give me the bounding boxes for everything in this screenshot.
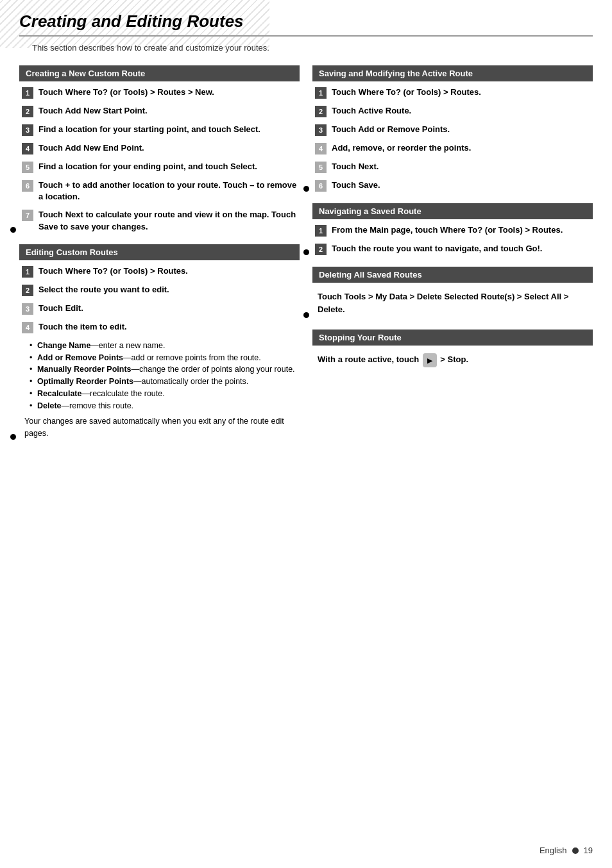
bullet-list-editing: Change Name—enter a new name. Add or Rem… (28, 340, 297, 412)
step-creating-6: 6 Touch + to add another location to you… (22, 179, 297, 203)
step-num-2: 2 (22, 106, 33, 117)
step-editing-text-2: Select the route you want to edit. (38, 284, 169, 296)
step-creating-1: 1 Touch Where To? (or Tools) > Routes > … (22, 87, 297, 99)
step-creating-2: 2 Touch Add New Start Point. (22, 105, 297, 117)
step-text-7: Touch Next to calculate your route and v… (38, 209, 297, 232)
step-editing-text-1: Touch Where To? (or Tools) > Routes. (38, 265, 188, 277)
page-footer: English 19 (540, 846, 593, 855)
step-nav-text-1: From the Main page, touch Where To? (or … (332, 224, 563, 236)
left-dot-creating (10, 227, 16, 233)
bullet-change-name: Change Name—enter a new name. (28, 340, 297, 352)
section-header-stopping: Stopping Your Route (312, 330, 593, 346)
step-nav-text-2: Touch the route you want to navigate, an… (332, 243, 542, 255)
step-editing-num-3: 3 (22, 303, 33, 315)
step-num-7: 7 (22, 210, 33, 221)
step-saving-text-2: Touch Active Route. (332, 105, 411, 117)
bullet-manually-reorder: Manually Reorder Points—change the order… (28, 363, 297, 376)
deleting-body-text: Touch Tools > My Data > Delete Selected … (315, 288, 590, 318)
step-saving-num-2: 2 (315, 106, 327, 117)
step-saving-text-4: Add, remove, or reorder the points. (332, 142, 471, 154)
step-editing-2: 2 Select the route you want to edit. (22, 284, 297, 296)
step-nav-num-1: 1 (315, 225, 327, 237)
closing-text-editing: Your changes are saved automatically whe… (22, 415, 297, 440)
stopping-body-text: With a route active, touch ▶ > Stop. (315, 351, 590, 370)
step-editing-num-4: 4 (22, 322, 33, 333)
step-saving-4: 4 Add, remove, or reorder the points. (315, 142, 590, 154)
step-editing-4: 4 Touch the item to edit. (22, 321, 297, 333)
step-text-5: Find a location for your ending point, a… (38, 161, 257, 172)
page-title: Creating and Editing Routes (19, 12, 593, 31)
step-saving-num-4: 4 (315, 143, 327, 154)
step-text-3: Find a location for your starting point,… (38, 124, 260, 135)
step-saving-5: 5 Touch Next. (315, 161, 590, 173)
step-editing-1: 1 Touch Where To? (or Tools) > Routes. (22, 265, 297, 278)
step-num-6: 6 (22, 180, 33, 192)
step-creating-4: 4 Touch Add New End Point. (22, 142, 297, 154)
right-column: Saving and Modifying the Active Route 1 … (312, 65, 593, 451)
section-body-editing: 1 Touch Where To? (or Tools) > Routes. 2… (19, 265, 300, 440)
step-num-5: 5 (22, 162, 33, 173)
footer-dot (572, 847, 579, 854)
step-creating-5: 5 Find a location for your ending point,… (22, 161, 297, 173)
section-deleting: Deleting All Saved Routes Touch Tools > … (312, 267, 593, 318)
step-saving-3: 3 Touch Add or Remove Points. (315, 124, 590, 136)
section-header-creating: Creating a New Custom Route (19, 65, 300, 81)
bullet-recalculate: Recalculate—recalculate the route. (28, 388, 297, 400)
bullet-delete: Delete—remove this route. (28, 400, 297, 412)
section-body-creating: 1 Touch Where To? (or Tools) > Routes > … (19, 87, 300, 233)
step-saving-text-3: Touch Add or Remove Points. (332, 124, 450, 135)
step-editing-3: 3 Touch Edit. (22, 303, 297, 315)
right-dot-saving (303, 186, 309, 192)
step-editing-text-4: Touch the item to edit. (38, 321, 127, 333)
step-num-3: 3 (22, 124, 33, 136)
section-saving-modifying: Saving and Modifying the Active Route 1 … (312, 65, 593, 192)
section-body-stopping: With a route active, touch ▶ > Stop. (312, 351, 593, 370)
step-nav-1: 1 From the Main page, touch Where To? (o… (315, 224, 590, 237)
step-saving-num-1: 1 (315, 87, 327, 99)
step-saving-1: 1 Touch Where To? (or Tools) > Routes. (315, 87, 590, 99)
section-header-saving: Saving and Modifying the Active Route (312, 65, 593, 81)
section-navigating: Navigating a Saved Route 1 From the Main… (312, 203, 593, 255)
step-editing-num-2: 2 (22, 285, 33, 296)
bullet-optimally-reorder: Optimally Reorder Points—automatically o… (28, 376, 297, 388)
step-saving-num-3: 3 (315, 124, 327, 136)
step-saving-6: 6 Touch Save. (315, 179, 590, 192)
step-text-4: Touch Add New End Point. (38, 142, 144, 154)
step-text-1: Touch Where To? (or Tools) > Routes > Ne… (38, 87, 214, 98)
section-header-navigating: Navigating a Saved Route (312, 203, 593, 219)
left-dot-editing (10, 434, 16, 440)
right-dot-deleting (303, 312, 309, 318)
section-header-editing: Editing Custom Routes (19, 244, 300, 260)
stop-icon: ▶ (423, 353, 437, 367)
section-body-saving: 1 Touch Where To? (or Tools) > Routes. 2… (312, 87, 593, 192)
section-creating-new-custom-route: Creating a New Custom Route 1 Touch Wher… (19, 65, 300, 233)
section-body-navigating: 1 From the Main page, touch Where To? (o… (312, 224, 593, 255)
step-text-2: Touch Add New Start Point. (38, 105, 148, 117)
step-saving-text-6: Touch Save. (332, 179, 380, 191)
main-content: Creating a New Custom Route 1 Touch Wher… (19, 65, 593, 451)
step-saving-2: 2 Touch Active Route. (315, 105, 590, 117)
step-num-4: 4 (22, 143, 33, 154)
step-saving-text-5: Touch Next. (332, 161, 378, 172)
step-saving-num-5: 5 (315, 162, 327, 173)
step-creating-7: 7 Touch Next to calculate your route and… (22, 209, 297, 232)
bullet-add-remove: Add or Remove Points—add or remove point… (28, 352, 297, 364)
step-text-6: Touch + to add another location to your … (38, 179, 297, 203)
section-header-deleting: Deleting All Saved Routes (312, 267, 593, 283)
section-body-deleting: Touch Tools > My Data > Delete Selected … (312, 288, 593, 318)
section-editing-custom-routes: Editing Custom Routes 1 Touch Where To? … (19, 244, 300, 440)
footer-page-number: 19 (584, 846, 593, 855)
footer-language: English (540, 846, 567, 855)
step-saving-text-1: Touch Where To? (or Tools) > Routes. (332, 87, 481, 98)
section-stopping: Stopping Your Route With a route active,… (312, 330, 593, 370)
right-dot-navigating (303, 249, 309, 255)
left-column: Creating a New Custom Route 1 Touch Wher… (19, 65, 300, 451)
step-editing-num-1: 1 (22, 266, 33, 278)
step-nav-num-2: 2 (315, 244, 327, 255)
step-editing-text-3: Touch Edit. (38, 303, 83, 314)
step-num-1: 1 (22, 87, 33, 99)
page-subtitle: This section describes how to create and… (32, 43, 593, 53)
step-creating-3: 3 Find a location for your starting poin… (22, 124, 297, 136)
page-header: Creating and Editing Routes (19, 0, 593, 37)
step-saving-num-6: 6 (315, 180, 327, 192)
